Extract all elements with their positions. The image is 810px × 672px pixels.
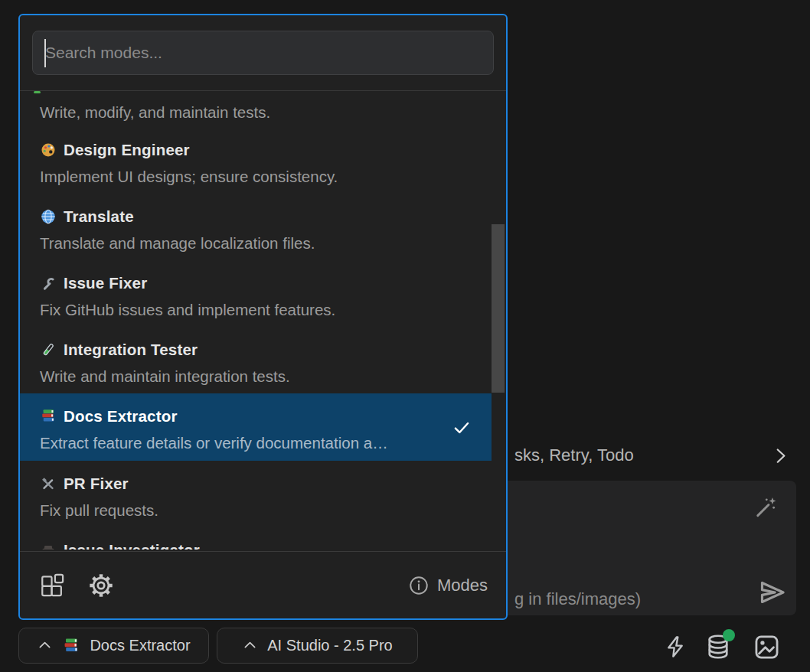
extensions-icon (38, 572, 66, 599)
selected-check-icon (452, 418, 472, 438)
app-root: sks, Retry, Todo g in files/images) (0, 0, 810, 672)
mode-item-pr-fixer[interactable]: PR Fixer Fix pull requests. (20, 461, 506, 527)
image-icon (753, 633, 781, 661)
enhance-prompt-button[interactable] (752, 494, 778, 520)
books-icon (40, 408, 57, 425)
info-icon[interactable] (408, 575, 429, 596)
status-dot (723, 629, 735, 641)
mode-selector-popup: Search modes... Write, modify, and maint… (18, 14, 508, 620)
modes-info: Modes (408, 575, 488, 596)
mode-item-design-engineer[interactable]: Design Engineer Implement UI designs; en… (20, 127, 506, 194)
mode-selector-label: Docs Extractor (90, 637, 190, 654)
mode-item-integration-tester[interactable]: Integration Tester Write and maintain in… (20, 327, 506, 393)
wrench-icon (40, 275, 57, 292)
gear-icon (87, 572, 115, 599)
mode-item-docs-extractor[interactable]: Docs Extractor Extract feature details o… (20, 393, 492, 461)
collapsed-task-text: sks, Retry, Todo (514, 445, 634, 465)
search-input[interactable]: Search modes... (32, 31, 494, 75)
test-tube-icon (40, 341, 57, 358)
search-placeholder: Search modes... (45, 31, 162, 74)
collapsed-task-row[interactable]: sks, Retry, Todo (514, 442, 790, 468)
send-button[interactable] (756, 577, 787, 608)
marketplace-button[interactable] (38, 572, 66, 599)
attach-image-button[interactable] (753, 633, 781, 661)
mode-list: Write, modify, and maintain tests. Desig… (20, 91, 506, 550)
mode-selector-chip[interactable]: Docs Extractor (18, 628, 209, 664)
books-icon (62, 637, 80, 655)
popup-footer: Modes (20, 551, 506, 618)
chevron-up-icon (37, 638, 53, 654)
auto-approve-button[interactable] (663, 634, 688, 659)
send-icon (756, 577, 787, 608)
model-selector-label: AI Studio - 2.5 Pro (267, 637, 392, 654)
hammer-wrench-icon (40, 475, 57, 492)
chevron-up-icon (242, 638, 258, 654)
palette-icon (40, 142, 57, 158)
chat-input-panel[interactable]: g in files/images) (496, 481, 796, 615)
mode-item-issue-investigator[interactable]: Issue Investigator (20, 527, 506, 550)
clipped-emoji-sliver (34, 91, 41, 93)
modes-label: Modes (437, 576, 488, 595)
model-selector-chip[interactable]: AI Studio - 2.5 Pro (217, 628, 418, 664)
magic-wand-icon (752, 494, 778, 520)
detective-icon (40, 542, 57, 550)
mode-item-translate[interactable]: Translate Translate and manage localizat… (20, 194, 506, 260)
mode-item-issue-fixer[interactable]: Issue Fixer Fix GitHub issues and implem… (20, 260, 506, 327)
mode-settings-button[interactable] (87, 572, 115, 599)
mode-item-partial[interactable]: Write, modify, and maintain tests. (20, 91, 506, 127)
chevron-right-icon (770, 445, 790, 465)
chat-input-placeholder: g in files/images) (514, 589, 641, 609)
globe-icon (40, 208, 57, 225)
scrollbar-thumb[interactable] (492, 224, 505, 393)
lightning-bolt-icon (663, 634, 688, 659)
